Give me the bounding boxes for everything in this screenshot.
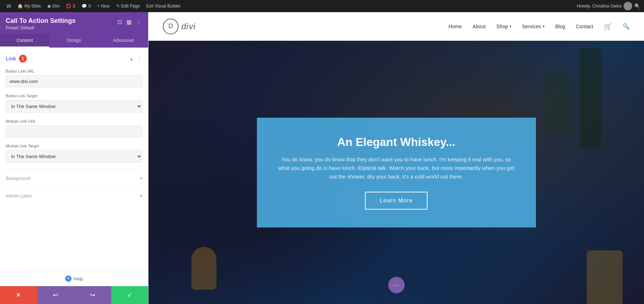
- comments-count: 3: [73, 4, 75, 9]
- panel-tabs: Content Design Advanced: [0, 34, 148, 48]
- redo-icon: ↪: [90, 291, 95, 299]
- nav-home[interactable]: Home: [448, 24, 462, 29]
- search-bar-icon[interactable]: 🔍: [634, 3, 640, 9]
- redo-button[interactable]: ↪: [74, 286, 111, 304]
- admin-label-section-header[interactable]: Admin Label ▾: [6, 193, 142, 198]
- comments-label: 0: [88, 4, 91, 9]
- background-chevron-icon: ▾: [140, 175, 142, 181]
- logo-letter: D: [169, 23, 173, 30]
- comment-icon: 💬: [82, 4, 87, 9]
- nav-shop-label: Shop: [496, 24, 508, 29]
- divi-label: Divi: [52, 4, 59, 9]
- button-link-url-label: Button Link URL: [6, 69, 142, 73]
- nav-blog[interactable]: Blog: [555, 24, 565, 29]
- section-title-row: Link 1: [6, 55, 27, 63]
- edit-icon: ✎: [116, 4, 120, 9]
- exit-builder-item[interactable]: Exit Visual Builder: [143, 0, 184, 12]
- wordpress-icon: W: [6, 3, 11, 9]
- resize-icon[interactable]: ⊡: [117, 18, 123, 26]
- edit-page-item[interactable]: ✎ Edit Page: [113, 0, 143, 12]
- fab-dots-icon: ···: [393, 281, 399, 289]
- cart-icon[interactable]: 🛒: [604, 23, 612, 30]
- site-nav: D divi Home About Shop ▾ Services ▾ Blog…: [148, 12, 644, 41]
- background-section-header[interactable]: Background ▾: [6, 175, 142, 181]
- module-link-target-select[interactable]: In The Same Window In The New Tab: [6, 150, 142, 163]
- site-menu: Home About Shop ▾ Services ▾ Blog Contac…: [448, 23, 630, 30]
- layout-icon[interactable]: ▦: [126, 18, 132, 26]
- panel-actions: ✕ ↩ ↪ ✓: [0, 286, 148, 304]
- help-icon: ?: [65, 275, 72, 282]
- admin-bar-left: W 🏠 My Sites ◉ Divi ⭕ 3 💬 0 + New ✎ Edit…: [4, 0, 577, 12]
- panel-header-left: Call To Action Settings Preset: Default: [6, 17, 75, 30]
- link-menu-icon[interactable]: ⋮: [137, 55, 142, 62]
- hero-content: An Elegant Whiskey... You do know, you d…: [148, 41, 644, 304]
- save-button[interactable]: ✓: [111, 286, 148, 304]
- my-sites-item[interactable]: 🏠 My Sites: [15, 0, 44, 12]
- cancel-button[interactable]: ✕: [0, 286, 37, 304]
- wp-admin-bar: W 🏠 My Sites ◉ Divi ⭕ 3 💬 0 + New ✎ Edit…: [0, 0, 644, 12]
- cta-title: An Elegant Whiskey...: [278, 136, 514, 149]
- button-link-target-select[interactable]: In The Same Window In The New Tab: [6, 100, 142, 113]
- background-section: Background ▾: [6, 169, 142, 187]
- undo-icon: ↩: [53, 291, 58, 299]
- hero-area: An Elegant Whiskey... You do know, you d…: [148, 41, 644, 304]
- my-sites-label: My Sites: [24, 4, 41, 9]
- nav-services[interactable]: Services ▾: [522, 24, 545, 29]
- module-link-url-input[interactable]: [6, 126, 142, 137]
- comments-count-item[interactable]: ⭕ 3: [63, 0, 78, 12]
- house-icon: 🏠: [18, 4, 23, 9]
- link-section: Link 1 ▲ ⋮ Button Link URL Button Link T…: [6, 55, 142, 163]
- new-item[interactable]: + New: [94, 0, 113, 12]
- wp-logo-item[interactable]: W: [4, 0, 14, 12]
- left-panel: Call To Action Settings Preset: Default …: [0, 12, 148, 304]
- site-logo: D divi: [163, 19, 196, 34]
- panel-header: Call To Action Settings Preset: Default …: [0, 12, 148, 34]
- divi-item[interactable]: ◉ Divi: [44, 0, 62, 12]
- nav-contact[interactable]: Contact: [576, 24, 593, 29]
- search-icon[interactable]: 🔍: [623, 23, 630, 30]
- background-title: Background: [6, 176, 30, 181]
- services-chevron-icon: ▾: [543, 24, 545, 28]
- exit-builder-label: Exit Visual Builder: [146, 4, 181, 9]
- divi-icon: ◉: [47, 4, 51, 9]
- comments-item[interactable]: 💬 0: [79, 0, 94, 12]
- more-icon[interactable]: ⋮: [135, 18, 142, 26]
- undo-button[interactable]: ↩: [37, 286, 74, 304]
- link-collapse-icon[interactable]: ▲: [129, 56, 134, 62]
- nav-shop[interactable]: Shop ▾: [496, 24, 511, 29]
- button-link-url-input[interactable]: [6, 75, 142, 87]
- tab-design[interactable]: Design: [49, 34, 99, 48]
- save-icon: ✓: [127, 291, 132, 299]
- link-badge: 1: [19, 55, 27, 63]
- avatar: [624, 2, 632, 10]
- nav-about[interactable]: About: [473, 24, 486, 29]
- nav-services-label: Services: [522, 24, 541, 29]
- right-panel: D divi Home About Shop ▾ Services ▾ Blog…: [148, 12, 644, 304]
- user-greeting: Howdy, Christina Gwira: [577, 4, 621, 9]
- admin-label-section: Admin Label ▾: [6, 187, 142, 204]
- panel-title: Call To Action Settings: [6, 17, 75, 25]
- link-section-title: Link: [6, 56, 16, 62]
- module-link-target-group: Module Link Target In The Same Window In…: [6, 144, 142, 163]
- main-area: Call To Action Settings Preset: Default …: [0, 12, 644, 304]
- logo-circle: D: [163, 19, 179, 34]
- logo-text: divi: [181, 21, 196, 31]
- tab-advanced[interactable]: Advanced: [99, 34, 148, 48]
- tab-content[interactable]: Content: [0, 34, 49, 48]
- cta-description: You do know, you do know that they don't…: [278, 155, 514, 181]
- panel-content: Link 1 ▲ ⋮ Button Link URL Button Link T…: [0, 48, 148, 271]
- cta-box: An Elegant Whiskey... You do know, you d…: [257, 118, 536, 227]
- help-label: Help: [74, 276, 83, 281]
- shop-chevron-icon: ▾: [509, 24, 511, 28]
- fab-button[interactable]: ···: [388, 277, 405, 293]
- admin-bar-right: Howdy, Christina Gwira 🔍: [577, 2, 640, 10]
- admin-label-chevron-icon: ▾: [140, 193, 142, 198]
- help-area: ? Help: [0, 271, 148, 286]
- help-button[interactable]: ? Help: [65, 275, 83, 282]
- edit-page-label: Edit Page: [121, 4, 140, 9]
- module-link-url-group: Module Link URL: [6, 119, 142, 137]
- module-link-url-label: Module Link URL: [6, 119, 142, 123]
- learn-more-button[interactable]: Learn More: [365, 192, 428, 210]
- module-link-target-label: Module Link Target: [6, 144, 142, 148]
- new-label: New: [101, 4, 110, 9]
